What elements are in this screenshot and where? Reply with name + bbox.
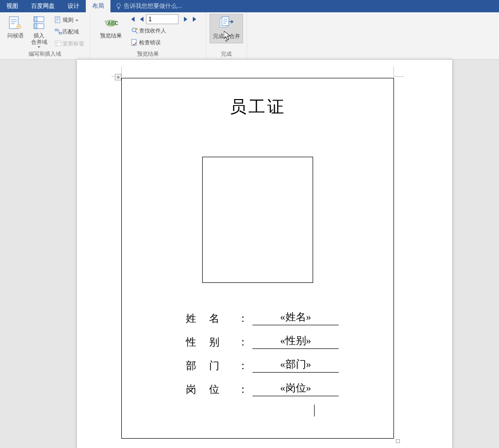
group-label-finish: 完成 [221,49,232,59]
text-cursor [314,405,315,416]
fields-block: 姓名 ： «姓名» 性别 ： «性别» 部门 ： «部门» 岗位 ： « [186,310,393,416]
check-errors-button[interactable]: 检查错误 [128,36,199,48]
group-finish: 完成并合并 完成 [206,12,247,59]
badge-title[interactable]: 员工证 [122,96,393,118]
svg-rect-7 [55,29,57,31]
update-labels-button: 更新标签 [52,37,86,49]
prev-record-button[interactable] [137,15,146,24]
insert-merge-field-label: 插入 合并域 [31,33,47,45]
update-labels-label: 更新标签 [63,40,84,47]
ribbon: 问候语 插入 合并域 规则 匹配域 [0,12,499,60]
check-errors-label: 检查错误 [139,39,161,46]
preview-results-button[interactable]: «»ABC 预览结果 [97,14,125,40]
margin-corner-tr [393,67,404,77]
colon: ： [238,335,252,349]
field-label: 岗位 [186,382,238,396]
finish-merge-icon [218,15,234,32]
colon: ： [238,359,252,373]
finish-merge-label: 完成并合并 [213,33,240,39]
chevron-down-icon [225,40,228,42]
record-number-input[interactable] [146,14,178,24]
finish-and-merge-button[interactable]: 完成并合并 [210,14,243,43]
document-workspace[interactable]: ✥ 员工证 姓名 ： «姓名» 性别 ： «性别» 部门 ： «部门» [0,60,499,448]
badge-frame[interactable]: 员工证 姓名 ： «姓名» 性别 ： «性别» 部门 ： «部门» [121,78,394,439]
svg-text:ABC: ABC [107,21,118,26]
match-fields-icon [54,28,63,35]
svg-point-14 [132,28,136,32]
update-labels-icon [54,40,63,47]
field-row-name[interactable]: 姓名 ： «姓名» [186,310,393,325]
greeting-label: 问候语 [7,33,24,39]
chevron-down-icon [75,20,78,21]
svg-point-15 [136,28,138,30]
group-write-insert-fields: 问候语 插入 合并域 规则 匹配域 [0,12,90,59]
ribbon-tab-bar: 视图 百度网盘 设计 布局 告诉我您想要做什么... [0,0,499,12]
table-resize-handle[interactable] [396,439,400,443]
svg-rect-9 [55,40,61,45]
field-label: 性别 [186,335,238,349]
rules-label: 规则 [63,16,73,24]
match-fields-label: 匹配域 [63,28,79,35]
svg-rect-5 [34,24,37,29]
find-recipient-label: 查找收件人 [139,27,166,34]
tab-design[interactable]: 设计 [61,0,86,12]
merge-field-department[interactable]: «部门» [252,357,339,373]
next-record-button[interactable] [181,15,190,24]
merge-field-name[interactable]: «姓名» [252,310,339,325]
find-recipient-icon [130,27,139,34]
match-fields-button[interactable]: 匹配域 [52,26,86,37]
merge-field-position[interactable]: «岗位» [252,381,339,396]
greeting-line-button[interactable]: 问候语 [3,14,27,49]
merge-field-gender[interactable]: «性别» [252,334,339,349]
preview-results-icon: «»ABC [103,15,119,32]
colon: ： [238,311,252,325]
field-row-department[interactable]: 部门 ： «部门» [186,357,393,373]
field-row-position[interactable]: 岗位 ： «岗位» [186,381,393,396]
insert-merge-field-button[interactable]: 插入 合并域 [27,14,51,49]
tell-me-box[interactable]: 告诉我您想要做什么... [110,0,499,12]
tab-view[interactable]: 视图 [0,0,25,12]
chevron-down-icon [37,46,40,48]
find-recipient-button[interactable]: 查找收件人 [128,25,199,36]
field-label: 姓名 [186,311,238,325]
record-navigator [128,14,199,25]
group-label-write: 编写和插入域 [29,49,61,59]
field-row-gender[interactable]: 性别 ： «性别» [186,334,393,349]
rules-icon [54,16,63,24]
lightbulb-icon [115,3,122,9]
tell-me-placeholder: 告诉我您想要做什么... [124,2,182,10]
page[interactable]: ✥ 员工证 姓名 ： «姓名» 性别 ： «性别» 部门 ： «部门» [77,60,452,448]
group-preview-results: «»ABC 预览结果 查找收件人 检查错误 [90,12,206,59]
rules-button[interactable]: 规则 [52,14,86,26]
table-move-handle[interactable]: ✥ [115,74,121,80]
tab-layout[interactable]: 布局 [86,0,110,12]
svg-rect-3 [34,17,37,22]
tab-baidu-netdisk[interactable]: 百度网盘 [25,0,61,12]
field-label: 部门 [186,359,238,373]
group-label-preview: 预览结果 [137,49,159,59]
preview-results-label: 预览结果 [100,33,122,39]
first-record-button[interactable] [128,15,137,24]
svg-rect-8 [59,32,62,34]
insert-merge-field-icon [32,15,46,32]
greeting-icon [8,15,22,32]
last-record-button[interactable] [190,15,199,24]
photo-placeholder[interactable] [202,157,313,283]
colon: ： [238,382,252,396]
check-errors-icon [130,39,139,46]
